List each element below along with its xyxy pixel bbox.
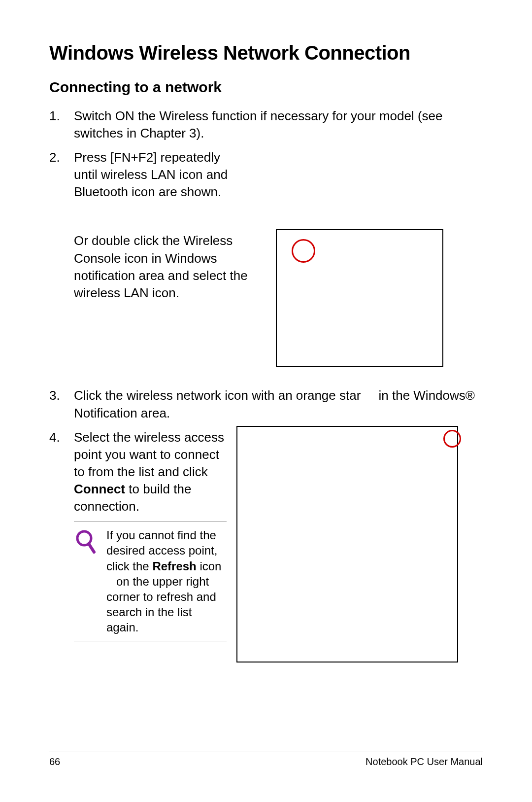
step-text: Press [FN+F2] repeatedly until wireless … [74,149,241,201]
steps-list: 1. Switch ON the Wireless function if ne… [49,107,483,663]
network-list-figure [236,426,458,663]
tip-text: If you cannot find the desired access po… [106,527,227,635]
step-4-left: Select the wireless access point you wan… [74,429,227,642]
connect-keyword: Connect [74,482,125,496]
step-content: Press [FN+F2] repeatedly until wireless … [74,149,483,201]
svg-line-1 [89,544,94,552]
manual-page: Windows Wireless Network Connection Conn… [0,0,532,802]
refresh-keyword: Refresh [152,559,196,573]
doc-title: Notebook PC User Manual [366,756,483,767]
step-3: 3. Click the wireless network icon with … [49,387,483,421]
refresh-icon [106,575,113,588]
wireless-console-figure [276,229,443,367]
step-number: 4. [49,429,74,663]
highlight-circle-icon [443,430,461,448]
orange-star-icon [365,388,375,403]
step-4: 4. Select the wireless access point you … [49,429,483,663]
magnifier-icon [74,527,99,635]
step-number: 2. [49,149,74,201]
step-text: Switch ON the Wireless function if neces… [74,107,483,142]
step-text: Select the wireless access point you wan… [74,429,227,515]
highlight-circle-icon [292,239,315,263]
section-heading: Connecting to a network [49,79,483,96]
page-footer: 66 Notebook PC User Manual [49,752,483,767]
step-2-alt-row: Or double click the Wireless Console ico… [49,232,483,367]
page-title: Windows Wireless Network Connection [49,42,483,64]
step-number: 3. [49,387,74,421]
page-number: 66 [49,756,60,767]
step-2-alt-text: Or double click the Wireless Console ico… [74,232,266,301]
step-number: 1. [49,107,74,142]
step-content: Select the wireless access point you wan… [74,429,483,663]
tip-note: If you cannot find the desired access po… [74,521,227,641]
step-2: 2. Press [FN+F2] repeatedly until wirele… [49,149,483,201]
step-text: Click the wireless network icon with an … [74,387,483,421]
step-1: 1. Switch ON the Wireless function if ne… [49,107,483,142]
